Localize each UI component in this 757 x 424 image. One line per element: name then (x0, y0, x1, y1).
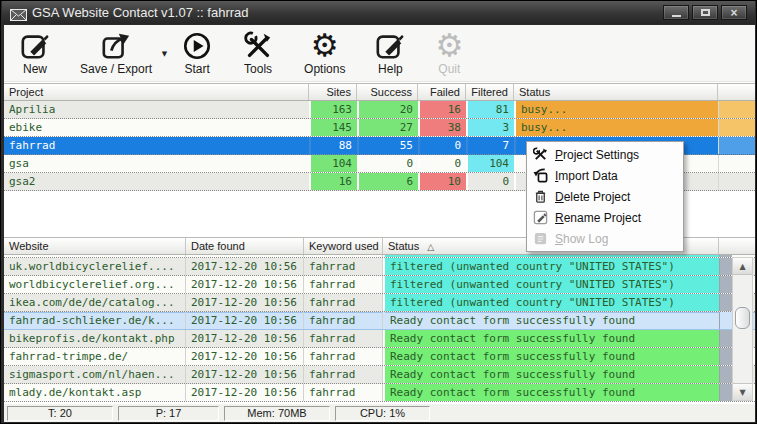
menu-item-label: Project Settings (555, 148, 639, 162)
result-row-filler (719, 276, 732, 293)
result-row-sigmasport-com-nl-haen[interactable]: sigmasport.com/nl/haen...2017-12-20 10:5… (4, 366, 755, 384)
scrollbar-thumb[interactable] (735, 307, 750, 329)
toolbar-button-new[interactable]: New (14, 29, 56, 76)
project-cell-failed: 0 (418, 137, 466, 154)
result-row-filler (719, 330, 732, 347)
result-cell-status (383, 255, 719, 257)
menu-item-rename-project[interactable]: Rename Project (527, 207, 683, 228)
toolbar-button-help[interactable]: Help (369, 29, 411, 76)
status-panel-t: T: 20 (7, 406, 113, 421)
menu-item-label: Show Log (555, 232, 608, 246)
project-row-filler (718, 119, 755, 136)
result-row-fahrrad-trimpe-de[interactable]: fahrrad-trimpe.de/2017-12-20 10:56fahrra… (4, 348, 755, 366)
result-row-filler (719, 255, 732, 257)
titlebar-close-button[interactable]: × (721, 5, 747, 20)
project-cell-filtered: 0 (466, 173, 514, 190)
titlebar: GSA Website Contact v1.07 :: fahrrad × (2, 1, 755, 24)
project-col-header-filtered[interactable]: Filtered (466, 84, 514, 100)
result-cell-status: Ready contact form successfully found (383, 330, 719, 347)
dropdown-caret-icon[interactable]: ▼ (162, 50, 167, 58)
toolbar: NewSave / Export▼StartTools⚙OptionsHelp⚙… (4, 25, 755, 82)
result-cell-date-found (186, 255, 304, 257)
project-cell-failed: 0 (418, 155, 466, 172)
menu-trash-icon (532, 189, 549, 204)
scroll-up-icon[interactable]: ▲ (733, 258, 752, 275)
project-cell-success: 0 (357, 155, 418, 172)
menu-item-label: Delete Project (555, 190, 630, 204)
toolbar-button-start[interactable]: Start (176, 29, 218, 76)
result-row-fahrrad-schlieker-de-k[interactable]: fahrrad-schlieker.de/k...2017-12-20 10:5… (4, 312, 755, 330)
result-cell-status: Ready contact form successfully found (383, 348, 719, 365)
project-cell-filtered: 81 (466, 101, 514, 118)
result-cell-keyword-used: fahrrad (304, 294, 383, 311)
project-cell-filtered: 3 (466, 119, 514, 136)
toolbar-button-label: Start (184, 62, 209, 76)
result-cell-status: Ready contact form successfully found (383, 312, 719, 329)
result-cell-status: filtered (unwanted country "UNITED STATE… (383, 294, 719, 311)
menu-rename-icon (532, 210, 549, 225)
menu-item-show-log: Show Log (527, 228, 683, 249)
result-cell-status: filtered (unwanted country "UNITED STATE… (383, 258, 719, 275)
project-col-header-status[interactable]: Status (514, 84, 718, 100)
result-row-uk-worldbicyclerelief[interactable]: uk.worldbicyclerelief....2017-12-20 10:5… (4, 258, 755, 276)
menu-item-import-data[interactable]: Import Data (527, 165, 683, 186)
result-cell-website: sigmasport.com/nl/haen... (4, 366, 186, 383)
result-cell-website (4, 255, 186, 257)
toolbar-button-label: Tools (244, 62, 272, 76)
toolbar-button-save-export[interactable]: Save / Export▼ (74, 29, 158, 76)
menu-item-project-settings[interactable]: Project Settings (527, 144, 683, 165)
titlebar-maximize-button[interactable] (692, 5, 718, 20)
results-header-filler (719, 238, 755, 254)
toolbar-button-tools[interactable]: Tools (236, 29, 280, 76)
project-row-filler (718, 137, 755, 154)
toolbar-button-quit[interactable]: ⚙Quit (429, 29, 469, 76)
result-cell-keyword-used: fahrrad (304, 312, 383, 329)
project-name: ebike (4, 119, 309, 136)
result-cell-date-found: 2017-12-20 10:56 (186, 294, 304, 311)
result-row-filler (719, 348, 732, 365)
project-cell-sites: 163 (309, 101, 357, 118)
result-row-ikea-com-de-de-catalog[interactable]: ikea.com/de/de/catalog...2017-12-20 10:5… (4, 294, 755, 312)
project-cell-status: busy... (514, 119, 718, 136)
result-row-bikeprofis-de-kontakt-php[interactable]: bikeprofis.de/kontakt.php2017-12-20 10:5… (4, 330, 755, 348)
results-table-body: uk.worldbicyclerelief....2017-12-20 10:5… (4, 255, 755, 402)
toolbar-button-options[interactable]: ⚙Options (298, 29, 351, 76)
result-row-mlady-de-kontakt-asp[interactable]: mlady.de/kontakt.asp2017-12-20 10:56fahr… (4, 384, 755, 402)
menu-item-label: Import Data (555, 169, 618, 183)
toolbar-button-label: Help (378, 62, 403, 76)
save-export-icon (101, 29, 131, 62)
scroll-down-icon[interactable]: ▼ (733, 383, 752, 400)
project-row-aprilia[interactable]: Aprilia163201681busy... (4, 101, 755, 119)
result-cell-website: uk.worldbicyclerelief.... (4, 258, 186, 275)
project-col-header-failed[interactable]: Failed (418, 84, 466, 100)
close-icon: × (730, 8, 737, 18)
maximize-icon (701, 9, 710, 16)
project-cell-sites: 104 (309, 155, 357, 172)
project-col-header-success[interactable]: Success (357, 84, 418, 100)
results-col-header-keyword-used[interactable]: Keyword used (304, 238, 383, 254)
toolbar-button-label: Options (304, 62, 345, 76)
results-col-header-date-found[interactable]: Date found (186, 238, 304, 254)
app-window: GSA Website Contact v1.07 :: fahrrad × N… (0, 0, 757, 424)
titlebar-minimize-button[interactable] (663, 5, 689, 20)
result-cell-website: mlady.de/kontakt.asp (4, 384, 186, 401)
result-cell-website: fahrrad-trimpe.de/ (4, 348, 186, 365)
project-cell-failed: 16 (418, 101, 466, 118)
project-cell-sites: 88 (309, 137, 357, 154)
menu-item-delete-project[interactable]: Delete Project (527, 186, 683, 207)
vertical-scrollbar[interactable]: ▲ ▼ (732, 257, 753, 401)
result-cell-status: Ready contact form successfully found (383, 366, 719, 383)
result-cell-keyword-used: fahrrad (304, 366, 383, 383)
project-name: fahrrad (4, 137, 309, 154)
project-col-header-sites[interactable]: Sites (309, 84, 357, 100)
project-cell-failed: 10 (418, 173, 466, 190)
project-cell-sites: 16 (309, 173, 357, 190)
project-name: Aprilia (4, 101, 309, 118)
project-row-ebike[interactable]: ebike14527383busy... (4, 119, 755, 137)
result-row-worldbicyclerelief-org[interactable]: worldbicyclerelief.org...2017-12-20 10:5… (4, 276, 755, 294)
project-col-header-project[interactable]: Project (4, 84, 309, 100)
result-cell-keyword-used: fahrrad (304, 276, 383, 293)
results-col-header-website[interactable]: Website (4, 238, 186, 254)
project-cell-filtered: 7 (466, 137, 514, 154)
project-name: gsa2 (4, 173, 309, 190)
